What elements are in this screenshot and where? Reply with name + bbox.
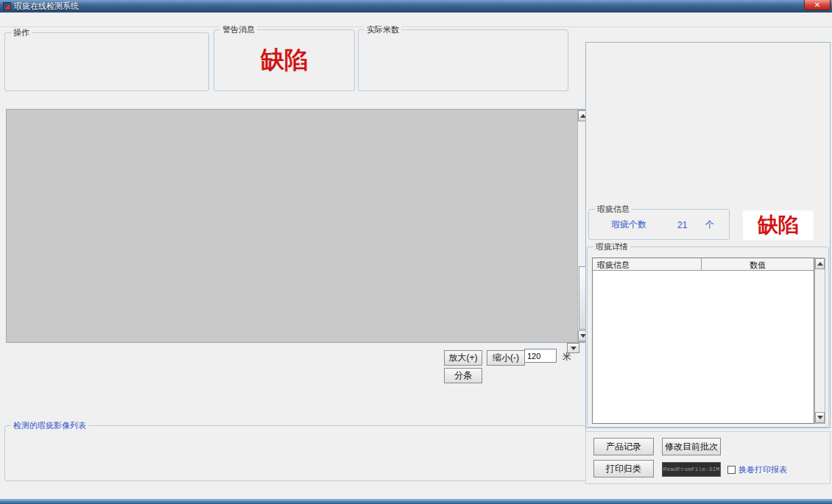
reprint-checkbox[interactable]	[727, 466, 736, 474]
defect-detail-label: 瑕疵详情	[593, 241, 630, 252]
warning-message: 缺陷	[261, 44, 308, 77]
reprint-checkbox-label: 换卷打印报表	[738, 464, 787, 475]
product-record-button[interactable]: 产品记录	[593, 438, 654, 455]
warning-group: 警告消息 缺陷	[214, 29, 355, 91]
modify-batch-button[interactable]: 修改目前批次	[662, 438, 721, 455]
defect-image-list-label: 检测的瑕疵影像列表	[11, 420, 88, 431]
operation-group: 操作	[4, 32, 209, 91]
detail-col-info: 瑕疵信息	[593, 258, 702, 270]
menu-bar	[0, 13, 832, 27]
defect-detail-table: 瑕疵信息 数值	[592, 258, 814, 424]
split-button[interactable]: 分条	[444, 368, 482, 383]
status-bar	[0, 486, 832, 499]
legend-scroll-button[interactable]	[567, 343, 579, 353]
detail-table-scrollbar[interactable]	[814, 258, 825, 424]
print-sort-button[interactable]: 打印归类	[593, 460, 654, 478]
app-window: 瑕疵在线检测系统 ✕ 操作 警告消息 缺陷 实际米数 放大(+) 缩小(-) 米…	[0, 0, 832, 504]
close-button[interactable]: ✕	[804, 0, 831, 10]
zoom-in-button[interactable]: 放大(+)	[444, 350, 482, 366]
actions-box: 产品记录 修改目前批次 打印归类 ReadFromFile-SIM 换卷打印报表	[585, 431, 831, 484]
basic-info-panel: 瑕疵信息 瑕疵个数 21 个 缺陷 瑕疵详情 瑕疵信息 数值	[585, 42, 831, 428]
read-from-file-sim-button[interactable]: ReadFromFile-SIM	[662, 462, 721, 477]
defect-alert-box: 缺陷	[743, 210, 814, 240]
zoom-out-button[interactable]: 缩小(-)	[487, 350, 525, 366]
defect-count-unit: 个	[705, 219, 714, 231]
defect-count-label: 瑕疵个数	[611, 219, 677, 231]
operation-group-label: 操作	[11, 27, 32, 38]
defect-detail-group: 瑕疵详情 瑕疵信息 数值	[587, 246, 829, 427]
distribution-chart-area	[6, 109, 589, 343]
defect-summary-group: 瑕疵信息 瑕疵个数 21 个	[588, 209, 730, 240]
title-bar: 瑕疵在线检测系统	[0, 0, 832, 13]
app-icon	[3, 2, 11, 10]
detail-scroll-down-icon[interactable]	[815, 412, 825, 423]
operation-buttons	[5, 33, 208, 43]
defect-alert-text: 缺陷	[758, 211, 799, 239]
defect-count-value: 21	[677, 220, 705, 230]
warning-group-label: 警告消息	[220, 24, 257, 35]
window-title: 瑕疵在线检测系统	[14, 1, 79, 12]
meters-group-label: 实际米数	[364, 24, 401, 35]
meters-group: 实际米数	[358, 29, 568, 91]
detail-col-value: 数值	[702, 258, 814, 270]
detail-scroll-up-icon[interactable]	[815, 258, 825, 269]
defect-detail-header: 瑕疵信息 数值	[593, 258, 814, 271]
defect-summary-label: 瑕疵信息	[595, 204, 632, 215]
reprint-on-roll-change: 换卷打印报表	[727, 464, 787, 475]
window-bottom-border	[0, 499, 832, 504]
defect-image-list-group: 检测的瑕疵影像列表	[4, 425, 586, 481]
scale-input[interactable]	[524, 349, 557, 363]
